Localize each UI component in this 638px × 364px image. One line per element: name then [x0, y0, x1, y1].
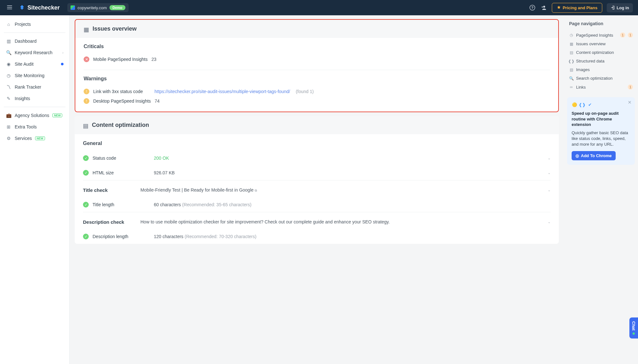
svg-text:?: ?: [531, 6, 534, 10]
status-row[interactable]: ✓ Status code 200 OK ⌄: [75, 151, 559, 165]
code-icon: ❰❱: [569, 59, 574, 63]
chevron-down-icon[interactable]: ⌄: [548, 156, 551, 160]
code-icon: ❰❱: [579, 102, 585, 107]
content-icon: ▤: [569, 50, 574, 55]
active-dot: [61, 63, 64, 65]
found-count: (found 1): [296, 89, 314, 94]
sidebar-label: Dashboard: [15, 39, 37, 44]
chevron-right-icon: ›: [62, 51, 64, 55]
rnav-structured[interactable]: ❰❱ Structured data: [567, 57, 635, 65]
search-icon: 🔍: [569, 76, 574, 81]
online-dot: [633, 332, 635, 335]
sidebar-site-audit[interactable]: ◉ Site Audit: [3, 58, 67, 70]
rnav-images[interactable]: ▧ Images: [567, 65, 635, 74]
help-icon[interactable]: ?: [529, 4, 536, 11]
sidebar-site-monitoring[interactable]: ◷ Site Monitoring: [3, 70, 67, 81]
site-favicon: [71, 5, 75, 10]
sidebar-keyword-research[interactable]: 🔍 Keyword Research ›: [3, 47, 67, 58]
rnav-search[interactable]: 🔍 Search optimization: [567, 74, 635, 83]
login-label: Log in: [617, 5, 629, 10]
section-header: ▤ Content optimization: [75, 116, 559, 134]
rnav-label: Issues overview: [576, 41, 605, 46]
sidebar-label: Extra Tools: [15, 124, 37, 129]
section-title: Issues overview: [93, 25, 137, 32]
group-title: Title check: [83, 187, 140, 193]
home-icon: ⌂: [6, 21, 11, 27]
chrome-icon: 🟡: [572, 102, 577, 107]
promo-icons: 🟡 ❰❱ ✔: [572, 102, 630, 107]
description-length-row[interactable]: ✓ Description length 120 characters (Rec…: [75, 229, 559, 244]
logo[interactable]: Sitechecker: [19, 4, 60, 11]
sidebar-insights[interactable]: ✎ Insights: [3, 93, 67, 104]
pricing-button[interactable]: Pricing and Plans: [552, 3, 602, 13]
group-value: Mobile-Friendly Test | Be Ready for Mobi…: [140, 187, 544, 193]
chart-icon: 〽: [6, 84, 11, 90]
section-header: ▦ Issues overview: [75, 20, 558, 38]
chevron-down-icon[interactable]: ⌄: [548, 220, 551, 224]
chat-tab[interactable]: Chat: [629, 317, 638, 339]
chevron-down-icon[interactable]: ⌄: [548, 171, 551, 175]
sidebar-dashboard[interactable]: ▥ Dashboard: [3, 35, 67, 47]
warnings-title: Warnings: [84, 76, 550, 82]
rnav-label: Images: [576, 67, 590, 72]
warning-icon: !: [84, 98, 89, 104]
group-value: How to use mobile optimization checker f…: [140, 219, 544, 224]
issue-link[interactable]: https://sitechecker.pro/site-audit-issue…: [154, 89, 290, 94]
rnav-pagespeed[interactable]: ◷ PageSpeed Insights 1 1: [567, 31, 635, 40]
rnav-content[interactable]: ▤ Content optimization: [567, 48, 635, 57]
section-title: Content optimization: [92, 122, 149, 128]
row-label: Status code: [93, 156, 150, 161]
issue-row[interactable]: ! Link with 3xx status code https://site…: [84, 87, 550, 96]
sidebar-label: Site Audit: [15, 62, 34, 67]
group-title: Description check: [83, 219, 140, 225]
count-badge: 1: [628, 84, 633, 90]
chat-label: Chat: [631, 321, 636, 331]
ok-icon: ✓: [83, 170, 89, 176]
image-icon: ▧: [569, 68, 574, 72]
issue-row[interactable]: ! Desktop PageSpeed Insights 74: [84, 96, 550, 106]
sidebar-projects[interactable]: ⌂ Projects: [3, 18, 67, 30]
sidebar: ⌂ Projects ▥ Dashboard 🔍 Keyword Researc…: [0, 15, 70, 364]
demo-badge: Demo: [109, 5, 126, 10]
sidebar-services[interactable]: ⚙ Services NEW: [3, 133, 67, 144]
title-check-row[interactable]: Title check Mobile-Friendly Test | Be Re…: [75, 180, 559, 197]
sidebar-extra-tools[interactable]: ⊞ Extra Tools: [3, 121, 67, 133]
content-icon: ▤: [83, 122, 89, 128]
sidebar-rank-tracker[interactable]: 〽 Rank Tracker: [3, 81, 67, 93]
criticals-section: Criticals ✕ Mobile PageSpeed Insights 23: [75, 38, 558, 70]
row-value: 120 characters (Recommended: 70-320 char…: [154, 234, 551, 239]
sidebar-agency[interactable]: 💼 Agency Solutions NEW: [3, 110, 67, 121]
add-user-icon[interactable]: [540, 4, 547, 11]
description-check-row[interactable]: Description check How to use mobile opti…: [75, 212, 559, 229]
external-link-icon[interactable]: ⧉: [255, 189, 257, 192]
sidebar-label: Services: [15, 136, 32, 141]
puzzle-icon: ⊞: [6, 124, 11, 130]
issue-row[interactable]: ✕ Mobile PageSpeed Insights 23: [84, 55, 550, 64]
add-to-chrome-button[interactable]: ◎ Add To Chrome: [572, 151, 616, 160]
login-button[interactable]: Log in: [607, 3, 633, 12]
close-icon[interactable]: ✕: [628, 100, 632, 105]
issue-label: Desktop PageSpeed Insights: [93, 98, 151, 104]
new-badge: NEW: [52, 113, 62, 117]
warnings-section: Warnings ! Link with 3xx status code htt…: [75, 70, 558, 112]
rnav-issues[interactable]: ▦ Issues overview: [567, 40, 635, 48]
title-length-row[interactable]: ✓ Title length 60 characters (Recommende…: [75, 197, 559, 212]
link-icon: ∞: [569, 85, 574, 89]
rnav-label: Links: [576, 85, 586, 90]
warning-icon: !: [84, 89, 89, 94]
rnav-links[interactable]: ∞ Links 1: [567, 83, 635, 91]
ok-icon: ✓: [83, 234, 89, 239]
rnav-label: PageSpeed Insights: [576, 33, 613, 38]
speed-icon: ◷: [569, 33, 574, 37]
svg-point-2: [543, 6, 545, 8]
promo-description: Quickly gather basic SEO data like statu…: [572, 130, 630, 148]
gauge-icon: ◉: [6, 61, 11, 67]
site-selector[interactable]: copywritely.com Demo: [67, 3, 129, 12]
count-badge: 1: [620, 33, 625, 38]
sidebar-label: Site Monitoring: [15, 73, 44, 78]
row-value: 60 characters (Recommended: 35-65 charac…: [154, 202, 551, 207]
chevron-down-icon[interactable]: ⌄: [548, 188, 551, 192]
menu-button[interactable]: [5, 3, 14, 13]
gear-icon: ⚙: [6, 135, 11, 141]
html-size-row[interactable]: ✓ HTML size 926.07 KB ⌄: [75, 165, 559, 180]
